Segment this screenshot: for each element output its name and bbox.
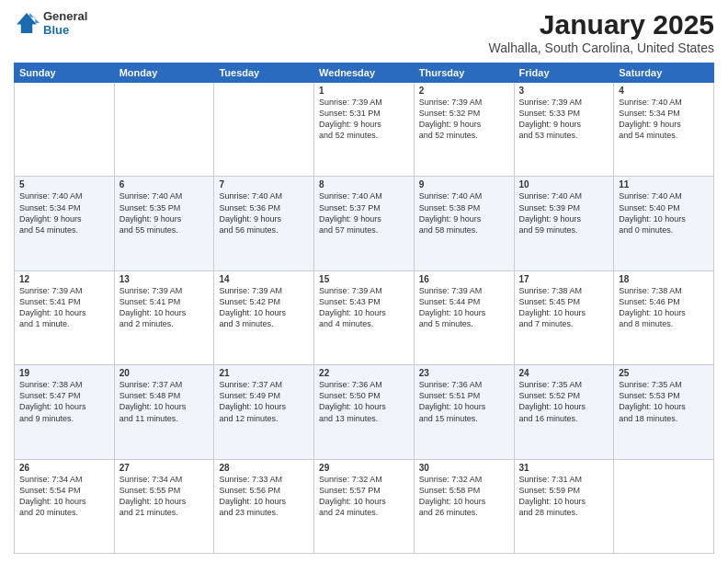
day-info: Sunrise: 7:37 AM Sunset: 5:48 PM Dayligh…: [119, 379, 210, 424]
day-info: Sunrise: 7:40 AM Sunset: 5:39 PM Dayligh…: [519, 190, 609, 236]
day-info: Sunrise: 7:37 AM Sunset: 5:49 PM Dayligh…: [219, 379, 309, 424]
main-title: January 2025: [489, 9, 714, 40]
day-number: 18: [619, 274, 709, 284]
day-info: Sunrise: 7:32 AM Sunset: 5:58 PM Dayligh…: [419, 474, 509, 519]
day-number: 7: [219, 179, 309, 190]
day-number: 22: [319, 368, 409, 378]
col-saturday: Saturday: [614, 63, 714, 83]
day-cell: 28Sunrise: 7:33 AM Sunset: 5:56 PM Dayli…: [214, 459, 314, 553]
day-cell: 26Sunrise: 7:34 AM Sunset: 5:54 PM Dayli…: [15, 459, 115, 553]
day-cell: 11Sunrise: 7:40 AM Sunset: 5:40 PM Dayli…: [614, 177, 714, 270]
col-tuesday: Tuesday: [214, 63, 314, 83]
logo-icon: [14, 10, 40, 36]
day-cell: 13Sunrise: 7:39 AM Sunset: 5:41 PM Dayli…: [114, 270, 214, 364]
day-number: 6: [119, 179, 210, 190]
day-cell: 10Sunrise: 7:40 AM Sunset: 5:39 PM Dayli…: [514, 177, 614, 270]
day-number: 13: [119, 274, 210, 284]
logo: General Blue: [14, 9, 87, 37]
day-cell: 8Sunrise: 7:40 AM Sunset: 5:37 PM Daylig…: [314, 177, 415, 270]
day-info: Sunrise: 7:35 AM Sunset: 5:53 PM Dayligh…: [619, 379, 709, 424]
day-cell: 16Sunrise: 7:39 AM Sunset: 5:44 PM Dayli…: [414, 270, 514, 364]
day-number: 21: [219, 368, 309, 378]
day-number: 10: [519, 179, 609, 190]
week-row-4: 19Sunrise: 7:38 AM Sunset: 5:47 PM Dayli…: [15, 365, 714, 459]
day-info: Sunrise: 7:40 AM Sunset: 5:40 PM Dayligh…: [619, 190, 709, 236]
day-info: Sunrise: 7:40 AM Sunset: 5:38 PM Dayligh…: [419, 190, 509, 236]
day-info: Sunrise: 7:38 AM Sunset: 5:47 PM Dayligh…: [19, 379, 109, 424]
week-row-3: 12Sunrise: 7:39 AM Sunset: 5:41 PM Dayli…: [15, 270, 714, 364]
day-info: Sunrise: 7:39 AM Sunset: 5:41 PM Dayligh…: [119, 285, 210, 330]
calendar-table: Sunday Monday Tuesday Wednesday Thursday…: [14, 63, 714, 554]
day-info: Sunrise: 7:39 AM Sunset: 5:33 PM Dayligh…: [519, 97, 609, 142]
day-cell: 15Sunrise: 7:39 AM Sunset: 5:43 PM Dayli…: [314, 270, 415, 364]
page: General Blue January 2025 Walhalla, Sout…: [0, 0, 728, 563]
day-number: 23: [419, 368, 509, 378]
day-info: Sunrise: 7:36 AM Sunset: 5:50 PM Dayligh…: [319, 379, 409, 424]
title-block: January 2025 Walhalla, South Carolina, U…: [489, 9, 714, 55]
day-info: Sunrise: 7:39 AM Sunset: 5:44 PM Dayligh…: [419, 285, 509, 330]
col-friday: Friday: [514, 63, 614, 83]
day-number: 11: [619, 179, 709, 190]
day-cell: 31Sunrise: 7:31 AM Sunset: 5:59 PM Dayli…: [514, 459, 614, 553]
col-monday: Monday: [114, 63, 214, 83]
subtitle: Walhalla, South Carolina, United States: [489, 40, 714, 55]
day-cell: 20Sunrise: 7:37 AM Sunset: 5:48 PM Dayli…: [114, 365, 214, 459]
day-cell: [15, 83, 115, 177]
day-cell: 29Sunrise: 7:32 AM Sunset: 5:57 PM Dayli…: [314, 459, 415, 553]
day-info: Sunrise: 7:34 AM Sunset: 5:55 PM Dayligh…: [119, 474, 210, 519]
day-number: 9: [419, 179, 509, 190]
day-number: 20: [119, 368, 210, 378]
day-number: 8: [319, 179, 409, 190]
day-cell: 24Sunrise: 7:35 AM Sunset: 5:52 PM Dayli…: [514, 365, 614, 459]
col-wednesday: Wednesday: [314, 63, 415, 83]
day-info: Sunrise: 7:39 AM Sunset: 5:43 PM Dayligh…: [319, 285, 409, 330]
day-cell: 14Sunrise: 7:39 AM Sunset: 5:42 PM Dayli…: [214, 270, 314, 364]
day-number: 30: [419, 463, 509, 473]
day-number: 5: [19, 179, 109, 190]
day-cell: 25Sunrise: 7:35 AM Sunset: 5:53 PM Dayli…: [614, 365, 714, 459]
day-number: 4: [619, 86, 709, 96]
day-info: Sunrise: 7:34 AM Sunset: 5:54 PM Dayligh…: [19, 474, 109, 519]
week-row-5: 26Sunrise: 7:34 AM Sunset: 5:54 PM Dayli…: [15, 459, 714, 553]
day-number: 12: [19, 274, 109, 284]
day-info: Sunrise: 7:38 AM Sunset: 5:45 PM Dayligh…: [519, 285, 609, 330]
day-info: Sunrise: 7:40 AM Sunset: 5:35 PM Dayligh…: [119, 190, 210, 236]
day-number: 25: [619, 368, 709, 378]
day-info: Sunrise: 7:40 AM Sunset: 5:34 PM Dayligh…: [19, 190, 109, 236]
day-cell: 7Sunrise: 7:40 AM Sunset: 5:36 PM Daylig…: [214, 177, 314, 270]
day-cell: 21Sunrise: 7:37 AM Sunset: 5:49 PM Dayli…: [214, 365, 314, 459]
logo-text: General Blue: [43, 9, 87, 37]
day-number: 17: [519, 274, 609, 284]
day-number: 1: [319, 86, 409, 96]
day-cell: 6Sunrise: 7:40 AM Sunset: 5:35 PM Daylig…: [114, 177, 214, 270]
day-info: Sunrise: 7:39 AM Sunset: 5:31 PM Dayligh…: [319, 97, 409, 142]
day-info: Sunrise: 7:39 AM Sunset: 5:41 PM Dayligh…: [19, 285, 109, 330]
day-cell: 9Sunrise: 7:40 AM Sunset: 5:38 PM Daylig…: [414, 177, 514, 270]
day-cell: 22Sunrise: 7:36 AM Sunset: 5:50 PM Dayli…: [314, 365, 415, 459]
day-info: Sunrise: 7:40 AM Sunset: 5:37 PM Dayligh…: [319, 190, 409, 236]
day-number: 15: [319, 274, 409, 284]
day-cell: [114, 83, 214, 177]
week-row-2: 5Sunrise: 7:40 AM Sunset: 5:34 PM Daylig…: [15, 177, 714, 270]
day-info: Sunrise: 7:38 AM Sunset: 5:46 PM Dayligh…: [619, 285, 709, 330]
day-number: 28: [219, 463, 309, 473]
day-info: Sunrise: 7:36 AM Sunset: 5:51 PM Dayligh…: [419, 379, 509, 424]
day-info: Sunrise: 7:39 AM Sunset: 5:32 PM Dayligh…: [419, 97, 509, 142]
day-cell: 2Sunrise: 7:39 AM Sunset: 5:32 PM Daylig…: [414, 83, 514, 177]
header: General Blue January 2025 Walhalla, Sout…: [14, 9, 714, 55]
day-info: Sunrise: 7:32 AM Sunset: 5:57 PM Dayligh…: [319, 474, 409, 519]
day-number: 3: [519, 86, 609, 96]
day-cell: 1Sunrise: 7:39 AM Sunset: 5:31 PM Daylig…: [314, 83, 415, 177]
day-number: 26: [19, 463, 109, 473]
day-cell: 27Sunrise: 7:34 AM Sunset: 5:55 PM Dayli…: [114, 459, 214, 553]
day-cell: 30Sunrise: 7:32 AM Sunset: 5:58 PM Dayli…: [414, 459, 514, 553]
day-info: Sunrise: 7:40 AM Sunset: 5:36 PM Dayligh…: [219, 190, 309, 236]
day-info: Sunrise: 7:31 AM Sunset: 5:59 PM Dayligh…: [519, 474, 609, 519]
day-cell: 4Sunrise: 7:40 AM Sunset: 5:34 PM Daylig…: [614, 83, 714, 177]
day-cell: [614, 459, 714, 553]
day-number: 19: [19, 368, 109, 378]
header-row: Sunday Monday Tuesday Wednesday Thursday…: [15, 63, 714, 83]
day-number: 2: [419, 86, 509, 96]
day-cell: 3Sunrise: 7:39 AM Sunset: 5:33 PM Daylig…: [514, 83, 614, 177]
day-number: 31: [519, 463, 609, 473]
